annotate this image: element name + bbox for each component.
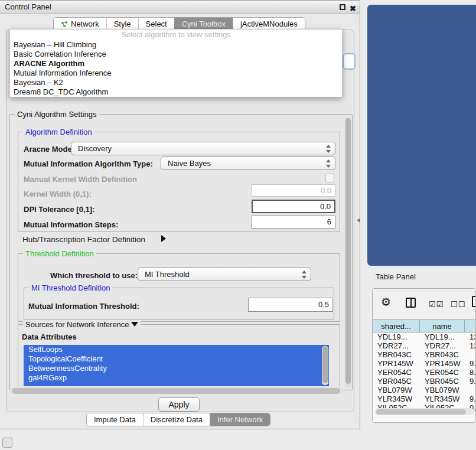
table-cell[interactable]: YLR345W (420, 394, 465, 403)
column-header-name[interactable]: name (420, 320, 465, 332)
collapsed-panel-icon[interactable] (2, 438, 12, 448)
table-cell[interactable] (465, 350, 476, 359)
table-cell[interactable]: YER054C (373, 368, 420, 377)
tab-network-label: Network (71, 18, 99, 30)
splitter-collapse-icon[interactable] (357, 218, 360, 223)
algorithm-option[interactable]: Basic Correlation Inference (10, 50, 342, 59)
close-icon[interactable]: ✖ (350, 2, 356, 15)
column-header-cut[interactable] (465, 320, 476, 332)
table-toolbar: ⚙ ☑☑ ☐☐ (373, 289, 475, 319)
kernel-width-label: Kernel Width (0,1): (24, 190, 92, 198)
tab-infer-network[interactable]: Infer Network (210, 413, 270, 426)
table-row[interactable]: YPR145W YPR145W 9. (373, 359, 476, 368)
mi-threshold-field[interactable]: 0.5 (248, 298, 333, 312)
table-cell[interactable]: 12 (465, 341, 476, 350)
table-cell[interactable]: YBR043C (373, 350, 420, 359)
table-cell[interactable]: YPR145W (373, 359, 420, 368)
table-header-row: shared... name (373, 319, 476, 332)
tab-cyni-toolbox[interactable]: Cyni Toolbox (174, 18, 233, 30)
table-row[interactable]: YBL079W YBL079W (373, 386, 476, 394)
table-cell[interactable] (465, 386, 476, 394)
checked-checkboxes-icon[interactable]: ☑☑ (429, 300, 444, 309)
manual-kernel-label: Manual Kernel Width Definition (24, 175, 137, 184)
table-horizontal-scrollbar[interactable] (375, 408, 474, 415)
manual-kernel-checkbox[interactable] (325, 174, 334, 182)
table-cell[interactable]: YDR27... (373, 341, 420, 350)
table-cell[interactable]: YDL19... (373, 332, 420, 341)
expand-section-icon[interactable] (161, 235, 166, 242)
aracne-mode-select[interactable]: Discovery (71, 142, 335, 155)
attribute-list-scrollbar[interactable] (322, 346, 328, 385)
algorithm-option[interactable]: Dream8 DC_TDC Algorithm (10, 87, 342, 97)
stepper-icon (302, 270, 307, 279)
settings-vertical-scrollbar[interactable] (345, 117, 351, 387)
attribute-item[interactable]: SelfLoops (24, 345, 329, 354)
tab-style[interactable]: Style (106, 18, 138, 30)
obscured-field-edge (343, 53, 356, 70)
table-row[interactable]: YDL19... YDL19... 13 (373, 332, 476, 341)
algorithm-option[interactable]: Mutual Information Inference (10, 69, 342, 78)
kernel-width-field[interactable]: 0.0 (252, 184, 335, 197)
apply-button[interactable]: Apply (158, 397, 200, 412)
mi-steps-field[interactable]: 6 (252, 216, 335, 229)
network-tab-icon (61, 21, 68, 28)
table-row[interactable]: YBR043C YBR043C (373, 350, 476, 359)
algorithm-option[interactable]: Bayesian – K2 (10, 78, 342, 87)
settings-group-title: Cyni Algorithm Settings (15, 110, 99, 119)
algorithm-placeholder: Select algorithm to view settings (10, 30, 342, 40)
threshold-definition-title: Threshold Definition (23, 249, 96, 258)
unchecked-checkboxes-icon[interactable]: ☐☐ (451, 300, 465, 309)
which-threshold-label: Which threshold to use: (50, 271, 138, 280)
hub-section-label: Hub/Transcription Factor Definition (22, 235, 145, 244)
table-cell[interactable]: 9. (465, 377, 476, 386)
tab-jactivemnodules-label: jActiveMNodules (240, 18, 298, 30)
algorithm-dropdown-popup: Select algorithm to view settings Bayesi… (9, 29, 343, 97)
table-cell[interactable]: YDL19... (420, 332, 465, 341)
table-cell[interactable]: YBR043C (420, 350, 465, 359)
table-cell[interactable]: YPR145W (420, 359, 465, 368)
mi-algorithm-type-select[interactable]: Naive Bayes (161, 156, 335, 170)
table-cell[interactable]: YLR345W (373, 394, 420, 403)
stepper-icon (326, 145, 331, 153)
tab-network[interactable]: Network (54, 18, 106, 30)
attribute-item[interactable]: BetweennessCentrality (24, 364, 329, 373)
tab-discretize-data[interactable]: Discretize Data (143, 413, 210, 426)
gear-icon[interactable]: ⚙ (381, 296, 391, 308)
table-cell[interactable]: YBR045C (420, 377, 465, 386)
table-row[interactable]: YBR045C YBR045C 9. (373, 377, 476, 386)
which-threshold-value: MI Threshold (145, 270, 190, 279)
table-cell[interactable]: 8. (465, 368, 476, 377)
table-panel: ⚙ ☑☑ ☐☐ shared... name YDL19... YDL19...… (372, 288, 476, 423)
table-row[interactable]: YLR345W YLR345W 9. (373, 394, 476, 403)
file-icon[interactable] (472, 296, 476, 307)
which-threshold-select[interactable]: MI Threshold (138, 268, 311, 281)
table-row[interactable]: YDR27... YDR27... 12 (373, 341, 476, 350)
table-cell[interactable]: 9. (465, 359, 476, 368)
column-view-icon[interactable] (406, 298, 416, 308)
table-cell[interactable]: YDR27... (420, 341, 465, 350)
tab-impute-data[interactable]: Impute Data (87, 413, 143, 426)
table-cell[interactable]: 9. (465, 394, 476, 403)
algorithm-option[interactable]: Bayesian – Hill Climbing (10, 40, 342, 50)
attribute-item[interactable]: gal4RGexp (24, 373, 329, 383)
node-table: shared... name YDL19... YDL19... 13 YDR2… (373, 319, 476, 412)
tab-select[interactable]: Select (138, 18, 174, 30)
column-header-shared[interactable]: shared... (373, 320, 420, 332)
algorithm-definition-title: Algorithm Definition (23, 128, 94, 136)
table-cell[interactable]: YER054C (420, 368, 465, 377)
sources-title-text: Sources for Network Inference (25, 320, 129, 329)
aracne-mode-label: Aracne Mode: (24, 145, 74, 154)
float-window-icon[interactable] (340, 4, 345, 10)
table-cell[interactable]: YBL079W (420, 386, 465, 394)
dpi-tolerance-field[interactable]: 0.0 (252, 200, 335, 213)
tab-jactivemnodules[interactable]: jActiveMNodules (233, 18, 305, 30)
settings-horizontal-scrollbar[interactable] (10, 387, 344, 394)
attribute-item[interactable]: TopologicalCoefficient (24, 354, 329, 364)
table-cell[interactable]: YBR045C (373, 377, 420, 386)
cyni-bottom-tab-bar: Impute Data Discretize Data Infer Networ… (86, 413, 270, 426)
table-row[interactable]: YER054C YER054C 8. (373, 368, 476, 377)
table-cell[interactable]: 13 (465, 332, 476, 341)
algorithm-option-selected[interactable]: ARACNE Algorithm (10, 59, 342, 69)
table-cell[interactable]: YBL079W (373, 386, 420, 394)
collapse-section-icon[interactable] (131, 322, 138, 327)
